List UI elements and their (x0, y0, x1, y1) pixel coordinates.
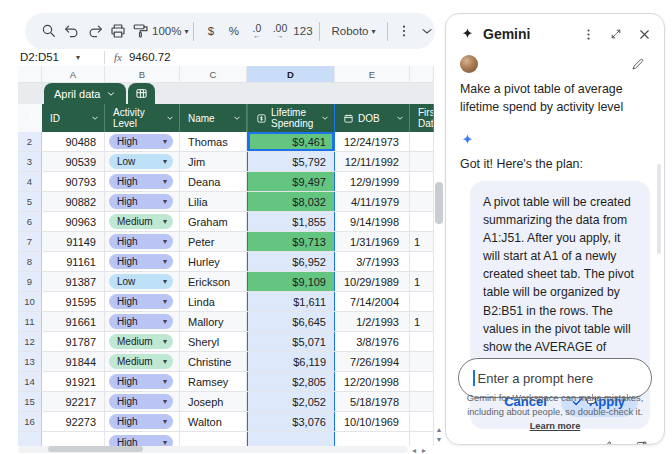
cell-first[interactable] (410, 252, 434, 271)
cell-activity[interactable]: High ▾ (105, 292, 180, 311)
activity-pill[interactable]: High ▾ (109, 414, 173, 429)
percent-format-button[interactable]: % (222, 18, 245, 44)
cell-spend[interactable]: $8,032 (247, 192, 335, 211)
column-letter-d[interactable]: D (247, 66, 335, 82)
cell-spend[interactable]: $9,497 (247, 172, 335, 191)
row-number[interactable]: 10 (18, 292, 42, 311)
cell-spend[interactable]: $9,109 (247, 272, 335, 291)
increase-decimal-button[interactable]: .00→ (268, 18, 291, 44)
cell-activity[interactable]: High ▾ (105, 412, 180, 431)
cell-activity[interactable]: High ▾ (105, 232, 180, 251)
vertical-scrollbar-thumb[interactable] (435, 182, 443, 224)
cell-first[interactable] (410, 432, 434, 446)
cell-activity[interactable]: High ▾ (105, 392, 180, 411)
cell-dob[interactable]: 1/2/1993 (335, 312, 410, 331)
cell-spend[interactable]: $6,119 (247, 352, 335, 371)
cell-spend[interactable]: $6,952 (247, 252, 335, 271)
cell-id[interactable] (42, 432, 105, 446)
cell-activity[interactable]: High ▾ (105, 252, 180, 271)
cell-name[interactable] (180, 432, 247, 446)
column-menu-icon[interactable] (395, 113, 405, 123)
activity-pill[interactable]: High ▾ (109, 254, 173, 269)
activity-pill[interactable]: High ▾ (109, 194, 173, 209)
row-number[interactable]: 9 (18, 272, 42, 291)
more-options-button[interactable] (393, 18, 416, 44)
cell-id[interactable]: 91387 (42, 272, 105, 291)
cell-id[interactable]: 91787 (42, 332, 105, 351)
cell-name[interactable]: Sheryl (180, 332, 247, 351)
cell-dob[interactable]: 9/14/1998 (335, 212, 410, 231)
cell-activity[interactable]: High ▾ (105, 172, 180, 191)
row-number[interactable]: 7 (18, 232, 42, 251)
search-button[interactable] (37, 18, 60, 44)
cell-first[interactable] (410, 292, 434, 311)
row-number[interactable] (18, 432, 42, 446)
cell-first[interactable] (410, 392, 434, 411)
activity-pill[interactable]: High ▾ (109, 394, 173, 409)
cell-first[interactable] (410, 332, 434, 351)
redo-button[interactable] (83, 18, 106, 44)
scroll-up-button[interactable]: ▲ (436, 426, 443, 433)
zoom-select[interactable]: 100% ▾ (152, 18, 188, 44)
row-number[interactable]: 3 (18, 152, 42, 171)
cell-dob[interactable]: 12/9/1999 (335, 172, 410, 191)
header-name[interactable]: Name (180, 104, 247, 132)
cell-name[interactable]: Graham (180, 212, 247, 231)
cell-id[interactable]: 91661 (42, 312, 105, 331)
cell-spend[interactable]: $1,611 (247, 292, 335, 311)
cell-spend[interactable]: $1,855 (247, 212, 335, 231)
select-all-corner[interactable] (18, 66, 42, 82)
cell-first[interactable] (410, 352, 434, 371)
header-dob[interactable]: DOB (335, 104, 410, 132)
cell-name[interactable]: Lilia (180, 192, 247, 211)
activity-pill[interactable]: High ▾ (109, 294, 173, 309)
cell-spend[interactable]: $5,792 (247, 152, 335, 171)
row-number[interactable]: 16 (18, 412, 42, 431)
cell-name[interactable]: Erickson (180, 272, 247, 291)
cell-activity[interactable]: High ▾ (105, 372, 180, 391)
cell-spend[interactable]: $3,076 (247, 412, 335, 431)
cell-name[interactable]: Ramsey (180, 372, 247, 391)
horizontal-scrollbar-thumb[interactable] (48, 446, 143, 452)
cell-first[interactable]: 1 (410, 232, 434, 251)
table-name-chip[interactable]: April data (44, 83, 126, 104)
cell-activity[interactable]: High ▾ (105, 192, 180, 211)
cell-id[interactable]: 92273 (42, 412, 105, 431)
panel-expand-button[interactable] (604, 22, 628, 46)
scroll-left-button[interactable]: ◂ (412, 446, 416, 454)
cell-dob[interactable]: 12/11/1992 (335, 152, 410, 171)
panel-scrollbar-thumb[interactable] (657, 164, 661, 254)
header-first-date[interactable]: First Date (410, 104, 434, 132)
cell-name[interactable]: Joseph (180, 392, 247, 411)
cell-activity[interactable]: Low ▾ (105, 272, 180, 291)
cell-first[interactable] (410, 132, 434, 151)
cell-dob[interactable]: 3/7/1993 (335, 252, 410, 271)
activity-pill[interactable]: Low ▾ (109, 154, 173, 169)
header-activity-level[interactable]: Activity Level (105, 104, 180, 132)
cell-name[interactable]: Linda (180, 292, 247, 311)
name-box-dropdown-icon[interactable]: ▾ (76, 53, 80, 62)
number-format-button[interactable]: 123 (291, 18, 314, 44)
activity-pill[interactable]: High ▾ (109, 435, 173, 447)
cell-id[interactable]: 91921 (42, 372, 105, 391)
panel-more-button[interactable] (576, 22, 600, 46)
print-button[interactable] (106, 18, 129, 44)
column-letter-b[interactable]: B (105, 66, 180, 82)
cell-id[interactable]: 91844 (42, 352, 105, 371)
cell-dob[interactable]: 3/8/1976 (335, 332, 410, 351)
cell-dob[interactable]: 10/29/1989 (335, 272, 410, 291)
cell-id[interactable]: 90963 (42, 212, 105, 231)
cell-dob[interactable]: 12/24/1973 (335, 132, 410, 151)
cell-activity[interactable]: High ▾ (105, 432, 180, 446)
row-number[interactable]: 15 (18, 392, 42, 411)
vertical-scrollbar[interactable] (434, 132, 444, 412)
cell-dob[interactable]: 10/10/1969 (335, 412, 410, 431)
currency-format-button[interactable]: $ (199, 18, 222, 44)
cell-first[interactable] (410, 192, 434, 211)
name-box[interactable]: D2:D51 ▾ (20, 51, 94, 63)
column-menu-icon[interactable] (165, 113, 175, 123)
cell-first[interactable] (410, 152, 434, 171)
cell-name[interactable]: Walton (180, 412, 247, 431)
cell-id[interactable]: 90488 (42, 132, 105, 151)
cell-activity[interactable]: Medium ▾ (105, 332, 180, 351)
